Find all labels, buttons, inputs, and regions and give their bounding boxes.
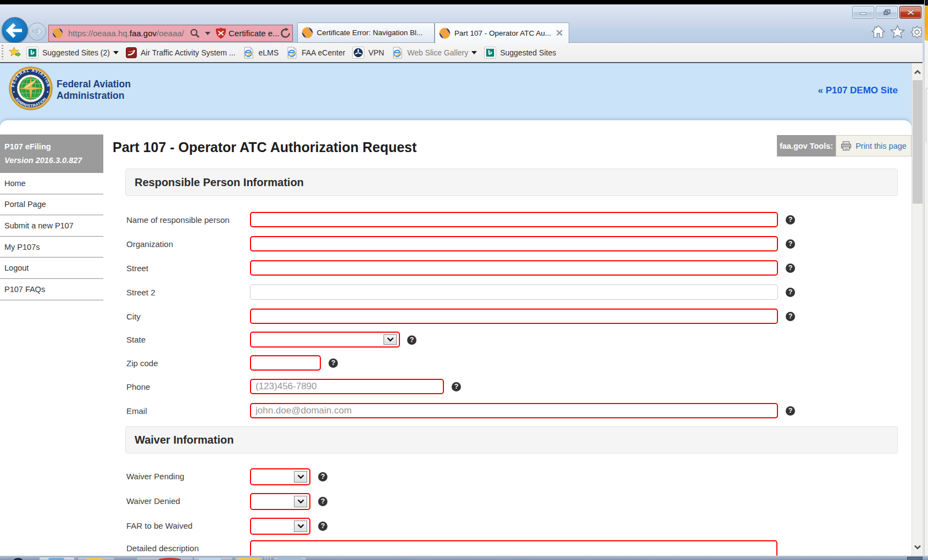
browser-tab[interactable]: Certificate Error: Navigation Bl... (297, 23, 435, 42)
help-icon[interactable]: ? (318, 497, 327, 506)
show-desktop-button[interactable] (907, 557, 923, 560)
search-dropdown-caret[interactable] (205, 32, 210, 35)
add-favorite-star-icon[interactable] (9, 47, 21, 58)
browser-tab-active[interactable]: Part 107 - Operator ATC Au...✕ (435, 23, 569, 43)
favorites-item-label: Suggested Sites (500, 48, 556, 57)
bing-icon (26, 47, 38, 59)
select-dropdown-button[interactable] (384, 334, 397, 345)
favorites-item[interactable]: Suggested Sites (2) (26, 47, 119, 59)
minimize-button[interactable] (852, 6, 874, 19)
start-button[interactable] (11, 557, 25, 560)
certificate-error-label[interactable]: Certificate e... (229, 29, 280, 38)
help-icon[interactable]: ? (786, 264, 795, 273)
ie-page-icon (286, 47, 298, 59)
help-icon[interactable]: ? (318, 472, 327, 481)
scrollbar-thumb[interactable] (913, 80, 923, 204)
tab-title: Certificate Error: Navigation Bl... (317, 29, 423, 37)
forward-button[interactable] (28, 23, 46, 41)
sidebar-item-submit-a-new-p107[interactable]: Submit a new P107 (0, 215, 103, 237)
chevron-down-icon (387, 337, 394, 342)
sidebar-item-my-p107s[interactable]: My P107s (0, 237, 103, 258)
zip-code-field[interactable] (250, 355, 321, 371)
faagov-tools-label: faa.gov Tools: (777, 135, 836, 156)
maximize-button[interactable] (876, 6, 898, 19)
sidebar-item-p107-faqs[interactable]: P107 FAQs (0, 279, 103, 300)
favorites-drag-handle[interactable] (2, 45, 3, 59)
sidebar-item-label: Portal Page (4, 200, 46, 209)
email-field[interactable] (250, 403, 778, 418)
back-button[interactable] (2, 17, 28, 43)
taskbar-app-icon (159, 558, 181, 560)
taskbar-separator (268, 557, 268, 560)
url-text[interactable]: https://oeaaa.hq.faa.gov/oeaaa/ (68, 29, 184, 38)
help-icon[interactable]: ? (786, 312, 795, 321)
phone-field[interactable] (250, 379, 444, 394)
back-arrow-icon (2, 18, 27, 43)
restore-icon (883, 9, 891, 15)
help-icon[interactable]: ? (786, 215, 795, 225)
city-field[interactable] (250, 309, 778, 324)
chevron-down-icon (297, 524, 304, 529)
scroll-up-button[interactable] (912, 63, 923, 80)
help-icon[interactable]: ? (786, 288, 795, 297)
background-window-box-corner (926, 88, 928, 143)
background-window-orange-button (925, 5, 928, 41)
favorites-item[interactable]: Suggested Sites (484, 47, 556, 59)
background-window-dark-edge (925, 0, 928, 5)
scroll-down-button[interactable] (912, 539, 923, 556)
dropdown-caret-icon (113, 51, 119, 54)
sidebar-item-logout[interactable]: Logout (0, 257, 103, 279)
help-icon[interactable]: ? (407, 335, 416, 345)
certificate-error-shield-icon[interactable] (215, 27, 226, 39)
state-select[interactable] (250, 332, 400, 348)
sidebar-item-home[interactable]: Home (0, 173, 103, 194)
search-icon[interactable] (190, 28, 200, 38)
forward-arrow-icon (29, 23, 46, 40)
url-prefix: https://oeaaa.hq. (68, 29, 130, 38)
page-viewport: FEDERAL AVIATION ADMINISTRATION Federal … (0, 63, 912, 556)
select-dropdown-button[interactable] (294, 496, 307, 507)
chevron-down-icon (914, 545, 921, 550)
help-icon[interactable]: ? (329, 359, 338, 368)
help-icon[interactable]: ? (452, 382, 461, 391)
detailed-description-field[interactable] (250, 540, 777, 556)
favorites-item[interactable]: eLMS (242, 47, 279, 59)
windows-taskbar[interactable] (0, 556, 928, 560)
select-dropdown-button[interactable] (294, 471, 307, 483)
help-icon[interactable]: ? (786, 239, 795, 249)
page-scrollbar[interactable] (912, 63, 923, 556)
field-label: Phone (126, 382, 150, 391)
far-to-be-waived-select[interactable] (250, 518, 310, 535)
favorites-item[interactable]: Web Slice Gallery (391, 47, 477, 59)
bing-icon (484, 47, 496, 59)
oeaaa-favicon (302, 27, 313, 38)
address-bar[interactable]: https://oeaaa.hq.faa.gov/oeaaa/ Certific… (48, 25, 293, 42)
street-field[interactable] (250, 260, 778, 276)
favorites-item-label: Air Traffic Activity System ... (141, 48, 235, 57)
print-page-button[interactable]: Print this page (836, 135, 912, 156)
chevron-down-icon (297, 499, 304, 504)
sidebar-item-portal-page[interactable]: Portal Page (0, 194, 103, 216)
help-icon[interactable]: ? (786, 406, 795, 416)
sidebar-item-label: Home (4, 179, 26, 188)
waiver-pending-select[interactable] (250, 468, 310, 485)
window-top-edge (0, 0, 924, 4)
favorites-item[interactable]: VPN (352, 47, 384, 59)
organization-field[interactable] (250, 236, 778, 251)
help-icon[interactable]: ? (318, 522, 327, 531)
favorites-item[interactable]: Air Traffic Activity System ... (126, 47, 235, 58)
taskbar-separator (265, 557, 265, 560)
taskbar-app-icon (48, 558, 64, 560)
favorites-item[interactable]: FAA eCenter (286, 47, 345, 59)
tab-close-icon[interactable]: ✕ (555, 29, 563, 38)
favorites-item-label: eLMS (258, 48, 279, 57)
field-label: FAR to be Waived (126, 521, 192, 530)
faa-logo: FEDERAL AVIATION ADMINISTRATION (9, 66, 53, 110)
name-of-responsible-person-field[interactable] (250, 212, 778, 227)
demo-site-link[interactable]: « P107 DEMO Site (818, 85, 898, 96)
waiver-denied-select[interactable] (250, 493, 310, 510)
close-button[interactable] (899, 6, 921, 19)
refresh-icon[interactable] (280, 27, 291, 39)
select-dropdown-button[interactable] (294, 520, 307, 532)
street-2-field[interactable] (250, 284, 778, 300)
